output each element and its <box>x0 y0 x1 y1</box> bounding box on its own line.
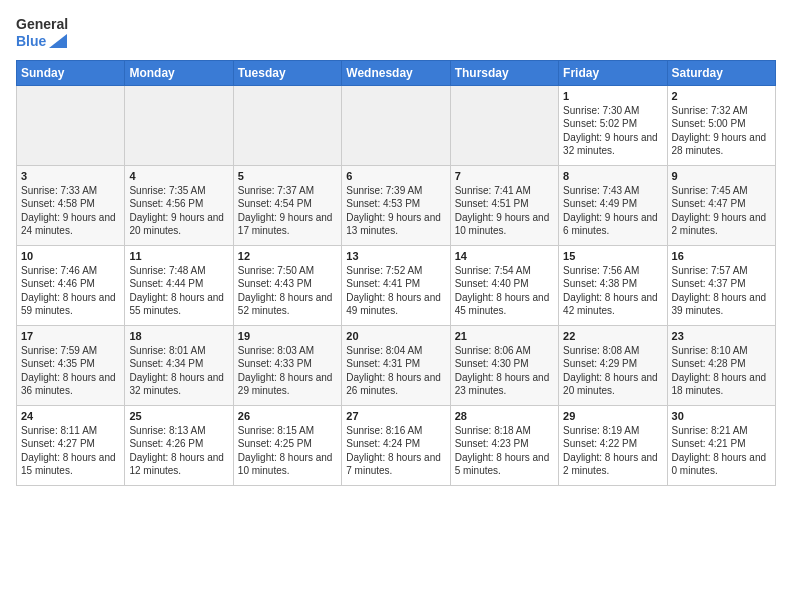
day-info: Sunrise: 8:08 AMSunset: 4:29 PMDaylight:… <box>563 344 662 398</box>
calendar-cell <box>450 85 558 165</box>
day-info: Sunrise: 7:46 AMSunset: 4:46 PMDaylight:… <box>21 264 120 318</box>
day-number: 7 <box>455 170 554 182</box>
day-info: Sunrise: 8:06 AMSunset: 4:30 PMDaylight:… <box>455 344 554 398</box>
calendar-cell: 21Sunrise: 8:06 AMSunset: 4:30 PMDayligh… <box>450 325 558 405</box>
calendar-cell: 15Sunrise: 7:56 AMSunset: 4:38 PMDayligh… <box>559 245 667 325</box>
day-number: 14 <box>455 250 554 262</box>
calendar-header: SundayMondayTuesdayWednesdayThursdayFrid… <box>17 60 776 85</box>
day-info: Sunrise: 7:43 AMSunset: 4:49 PMDaylight:… <box>563 184 662 238</box>
day-info: Sunrise: 7:41 AMSunset: 4:51 PMDaylight:… <box>455 184 554 238</box>
calendar-cell: 17Sunrise: 7:59 AMSunset: 4:35 PMDayligh… <box>17 325 125 405</box>
header-cell-friday: Friday <box>559 60 667 85</box>
day-number: 24 <box>21 410 120 422</box>
day-info: Sunrise: 7:56 AMSunset: 4:38 PMDaylight:… <box>563 264 662 318</box>
day-number: 5 <box>238 170 337 182</box>
day-info: Sunrise: 7:37 AMSunset: 4:54 PMDaylight:… <box>238 184 337 238</box>
day-info: Sunrise: 7:54 AMSunset: 4:40 PMDaylight:… <box>455 264 554 318</box>
day-info: Sunrise: 8:10 AMSunset: 4:28 PMDaylight:… <box>672 344 771 398</box>
day-number: 8 <box>563 170 662 182</box>
calendar-cell: 3Sunrise: 7:33 AMSunset: 4:58 PMDaylight… <box>17 165 125 245</box>
logo-blue-text: Blue <box>16 33 68 50</box>
day-number: 27 <box>346 410 445 422</box>
calendar-cell: 23Sunrise: 8:10 AMSunset: 4:28 PMDayligh… <box>667 325 775 405</box>
day-number: 13 <box>346 250 445 262</box>
day-number: 10 <box>21 250 120 262</box>
header: GeneralBlue <box>16 16 776 50</box>
day-number: 4 <box>129 170 228 182</box>
day-info: Sunrise: 8:15 AMSunset: 4:25 PMDaylight:… <box>238 424 337 478</box>
calendar-body: 1Sunrise: 7:30 AMSunset: 5:02 PMDaylight… <box>17 85 776 485</box>
logo-general-text: General <box>16 16 68 33</box>
day-number: 1 <box>563 90 662 102</box>
day-number: 25 <box>129 410 228 422</box>
calendar-cell <box>342 85 450 165</box>
header-cell-wednesday: Wednesday <box>342 60 450 85</box>
day-number: 29 <box>563 410 662 422</box>
day-info: Sunrise: 7:52 AMSunset: 4:41 PMDaylight:… <box>346 264 445 318</box>
day-info: Sunrise: 8:13 AMSunset: 4:26 PMDaylight:… <box>129 424 228 478</box>
day-info: Sunrise: 8:01 AMSunset: 4:34 PMDaylight:… <box>129 344 228 398</box>
day-number: 21 <box>455 330 554 342</box>
day-info: Sunrise: 8:18 AMSunset: 4:23 PMDaylight:… <box>455 424 554 478</box>
day-number: 16 <box>672 250 771 262</box>
calendar-cell: 30Sunrise: 8:21 AMSunset: 4:21 PMDayligh… <box>667 405 775 485</box>
calendar-cell: 18Sunrise: 8:01 AMSunset: 4:34 PMDayligh… <box>125 325 233 405</box>
calendar-week-2: 3Sunrise: 7:33 AMSunset: 4:58 PMDaylight… <box>17 165 776 245</box>
calendar-cell: 2Sunrise: 7:32 AMSunset: 5:00 PMDaylight… <box>667 85 775 165</box>
header-cell-thursday: Thursday <box>450 60 558 85</box>
calendar-cell: 4Sunrise: 7:35 AMSunset: 4:56 PMDaylight… <box>125 165 233 245</box>
calendar-week-4: 17Sunrise: 7:59 AMSunset: 4:35 PMDayligh… <box>17 325 776 405</box>
calendar-cell: 14Sunrise: 7:54 AMSunset: 4:40 PMDayligh… <box>450 245 558 325</box>
calendar-cell: 26Sunrise: 8:15 AMSunset: 4:25 PMDayligh… <box>233 405 341 485</box>
calendar-cell: 8Sunrise: 7:43 AMSunset: 4:49 PMDaylight… <box>559 165 667 245</box>
day-info: Sunrise: 7:30 AMSunset: 5:02 PMDaylight:… <box>563 104 662 158</box>
calendar-cell: 11Sunrise: 7:48 AMSunset: 4:44 PMDayligh… <box>125 245 233 325</box>
day-number: 11 <box>129 250 228 262</box>
calendar-cell <box>125 85 233 165</box>
day-info: Sunrise: 8:19 AMSunset: 4:22 PMDaylight:… <box>563 424 662 478</box>
calendar-week-1: 1Sunrise: 7:30 AMSunset: 5:02 PMDaylight… <box>17 85 776 165</box>
day-number: 17 <box>21 330 120 342</box>
day-number: 18 <box>129 330 228 342</box>
calendar-table: SundayMondayTuesdayWednesdayThursdayFrid… <box>16 60 776 486</box>
calendar-cell: 16Sunrise: 7:57 AMSunset: 4:37 PMDayligh… <box>667 245 775 325</box>
header-cell-tuesday: Tuesday <box>233 60 341 85</box>
day-number: 22 <box>563 330 662 342</box>
day-number: 26 <box>238 410 337 422</box>
calendar-cell: 12Sunrise: 7:50 AMSunset: 4:43 PMDayligh… <box>233 245 341 325</box>
day-number: 3 <box>21 170 120 182</box>
day-info: Sunrise: 8:16 AMSunset: 4:24 PMDaylight:… <box>346 424 445 478</box>
day-number: 23 <box>672 330 771 342</box>
day-info: Sunrise: 7:59 AMSunset: 4:35 PMDaylight:… <box>21 344 120 398</box>
day-info: Sunrise: 8:04 AMSunset: 4:31 PMDaylight:… <box>346 344 445 398</box>
day-info: Sunrise: 7:57 AMSunset: 4:37 PMDaylight:… <box>672 264 771 318</box>
calendar-week-3: 10Sunrise: 7:46 AMSunset: 4:46 PMDayligh… <box>17 245 776 325</box>
calendar-cell: 22Sunrise: 8:08 AMSunset: 4:29 PMDayligh… <box>559 325 667 405</box>
day-info: Sunrise: 7:32 AMSunset: 5:00 PMDaylight:… <box>672 104 771 158</box>
day-number: 6 <box>346 170 445 182</box>
calendar-cell <box>233 85 341 165</box>
day-number: 2 <box>672 90 771 102</box>
calendar-cell: 9Sunrise: 7:45 AMSunset: 4:47 PMDaylight… <box>667 165 775 245</box>
header-cell-monday: Monday <box>125 60 233 85</box>
day-number: 12 <box>238 250 337 262</box>
day-number: 30 <box>672 410 771 422</box>
day-info: Sunrise: 7:33 AMSunset: 4:58 PMDaylight:… <box>21 184 120 238</box>
calendar-cell: 20Sunrise: 8:04 AMSunset: 4:31 PMDayligh… <box>342 325 450 405</box>
day-info: Sunrise: 7:45 AMSunset: 4:47 PMDaylight:… <box>672 184 771 238</box>
calendar-cell: 13Sunrise: 7:52 AMSunset: 4:41 PMDayligh… <box>342 245 450 325</box>
calendar-cell: 6Sunrise: 7:39 AMSunset: 4:53 PMDaylight… <box>342 165 450 245</box>
header-cell-sunday: Sunday <box>17 60 125 85</box>
svg-marker-0 <box>49 34 67 48</box>
header-cell-saturday: Saturday <box>667 60 775 85</box>
day-number: 15 <box>563 250 662 262</box>
day-number: 28 <box>455 410 554 422</box>
calendar-cell: 19Sunrise: 8:03 AMSunset: 4:33 PMDayligh… <box>233 325 341 405</box>
calendar-cell: 29Sunrise: 8:19 AMSunset: 4:22 PMDayligh… <box>559 405 667 485</box>
day-info: Sunrise: 7:35 AMSunset: 4:56 PMDaylight:… <box>129 184 228 238</box>
calendar-cell: 25Sunrise: 8:13 AMSunset: 4:26 PMDayligh… <box>125 405 233 485</box>
calendar-week-5: 24Sunrise: 8:11 AMSunset: 4:27 PMDayligh… <box>17 405 776 485</box>
calendar-cell: 10Sunrise: 7:46 AMSunset: 4:46 PMDayligh… <box>17 245 125 325</box>
calendar-cell: 7Sunrise: 7:41 AMSunset: 4:51 PMDaylight… <box>450 165 558 245</box>
day-number: 19 <box>238 330 337 342</box>
